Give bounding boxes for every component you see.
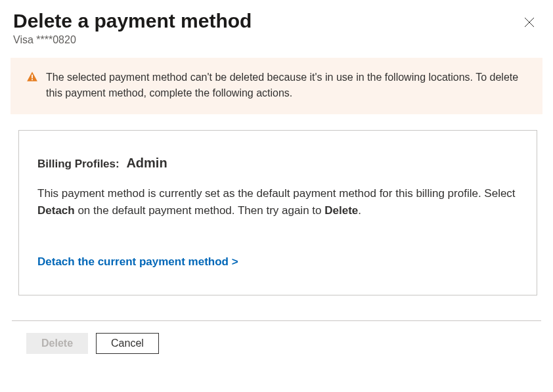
- card-description: This payment method is currently set as …: [37, 185, 518, 220]
- svg-rect-2: [32, 75, 33, 79]
- desc-bold-delete: Delete: [324, 204, 358, 217]
- billing-profile-card: Billing Profiles: Admin This payment met…: [18, 130, 537, 295]
- detach-link[interactable]: Detach the current payment method >: [37, 255, 238, 269]
- desc-text: This payment method is currently set as …: [37, 187, 516, 200]
- card-header-label: Billing Profiles:: [37, 158, 120, 170]
- card-header: Billing Profiles: Admin: [37, 156, 518, 171]
- payment-method-subtitle: Visa ****0820: [13, 34, 519, 46]
- svg-rect-3: [32, 79, 33, 80]
- cancel-button[interactable]: Cancel: [96, 333, 159, 354]
- close-button[interactable]: [519, 12, 540, 33]
- dialog-title: Delete a payment method: [13, 9, 519, 33]
- footer-buttons: Delete Cancel: [0, 321, 553, 354]
- card-header-value: Admin: [126, 156, 167, 170]
- delete-button: Delete: [26, 333, 88, 354]
- desc-text: .: [358, 204, 361, 217]
- title-block: Delete a payment method Visa ****0820: [13, 9, 519, 46]
- warning-text: The selected payment method can't be del…: [46, 70, 527, 101]
- warning-banner: The selected payment method can't be del…: [11, 58, 542, 114]
- desc-bold-detach: Detach: [37, 204, 75, 217]
- close-icon: [524, 17, 535, 28]
- warning-icon: [26, 71, 38, 85]
- desc-text: on the default payment method. Then try …: [75, 204, 325, 217]
- dialog-header: Delete a payment method Visa ****0820: [0, 0, 553, 46]
